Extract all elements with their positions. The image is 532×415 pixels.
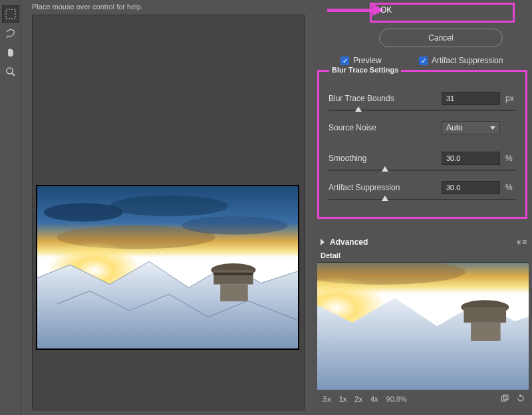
advanced-disclosure[interactable]: Advanced ∗≡ — [321, 234, 527, 250]
svg-rect-20 — [471, 323, 501, 341]
slider-thumb-icon[interactable] — [355, 106, 362, 112]
noise-select-value: Auto — [446, 123, 463, 132]
detail-label: Detail — [321, 251, 340, 259]
zoom-percent: 90.8% — [386, 395, 407, 403]
slider-thumb-icon[interactable] — [382, 196, 388, 201]
svg-rect-12 — [213, 273, 253, 275]
preview-checkbox-row[interactable]: ✓ Preview — [340, 56, 382, 65]
checkbox-checked-icon[interactable]: ✓ — [419, 57, 428, 65]
detail-zoom-toolbar: .5x 1x 2x 4x 90.8% — [317, 391, 529, 407]
svg-rect-19 — [464, 307, 506, 323]
zoom-2x[interactable]: 2x — [354, 395, 362, 403]
preview-checkbox-label: Preview — [353, 56, 382, 65]
svg-point-1 — [7, 68, 13, 74]
settings-title: Blur Trace Settings — [329, 66, 401, 74]
zoom-4x[interactable]: 4x — [370, 395, 378, 403]
artifact-checkbox-label: Artifact Suppression — [432, 56, 503, 65]
panel-menu-icon[interactable]: ∗≡ — [515, 237, 527, 247]
slider-thumb-icon[interactable] — [382, 166, 388, 172]
detail-preview[interactable] — [317, 262, 529, 390]
tool-sidebar — [0, 0, 21, 415]
smoothing-unit: % — [500, 154, 516, 163]
undock-icon[interactable] — [501, 394, 509, 404]
bounds-slider[interactable] — [329, 106, 516, 114]
noise-select[interactable]: Auto — [442, 121, 500, 134]
lasso-tool-icon[interactable] — [2, 25, 19, 42]
artifact-checkbox-row[interactable]: ✓ Artifact Suppression — [419, 56, 503, 65]
help-text: Place mouse over control for help. — [32, 3, 143, 11]
triangle-right-icon — [321, 239, 325, 245]
hand-tool-icon[interactable] — [2, 44, 19, 61]
checkbox-checked-icon[interactable]: ✓ — [340, 57, 349, 65]
right-panel: OK Cancel ✓ Preview ✓ Artifact Suppressi… — [313, 0, 532, 415]
smoothing-input[interactable] — [442, 152, 500, 165]
zoom-tool-icon[interactable] — [2, 63, 19, 80]
chevron-down-icon — [490, 126, 495, 130]
marquee-tool-icon[interactable] — [2, 5, 19, 23]
noise-label: Source Noise — [329, 123, 442, 132]
smoothing-label: Smoothing — [329, 154, 442, 163]
reset-icon[interactable] — [517, 394, 525, 404]
bounds-input[interactable] — [442, 92, 500, 105]
artifact-supp-label: Artifact Suppression — [329, 183, 442, 192]
svg-rect-10 — [213, 270, 253, 285]
bounds-label: Blur Trace Bounds — [329, 94, 442, 103]
bounds-unit: px — [500, 94, 516, 103]
ok-button[interactable]: OK — [380, 5, 504, 20]
svg-line-2 — [12, 73, 15, 76]
smoothing-slider[interactable] — [329, 166, 516, 174]
ok-highlight-box: OK — [370, 3, 515, 23]
artifact-unit: % — [500, 183, 516, 192]
blur-trace-settings-group: Blur Trace Settings Blur Trace Bounds px… — [317, 70, 527, 219]
preview-image — [36, 185, 299, 350]
zoom-05x[interactable]: .5x — [321, 395, 331, 403]
advanced-label: Advanced — [330, 237, 368, 247]
preview-canvas[interactable] — [32, 15, 305, 410]
artifact-slider[interactable] — [329, 196, 516, 204]
svg-rect-11 — [220, 285, 248, 302]
svg-rect-0 — [6, 9, 15, 19]
zoom-1x[interactable]: 1x — [339, 395, 347, 403]
cancel-button[interactable]: Cancel — [379, 29, 503, 47]
artifact-input[interactable] — [442, 181, 500, 194]
